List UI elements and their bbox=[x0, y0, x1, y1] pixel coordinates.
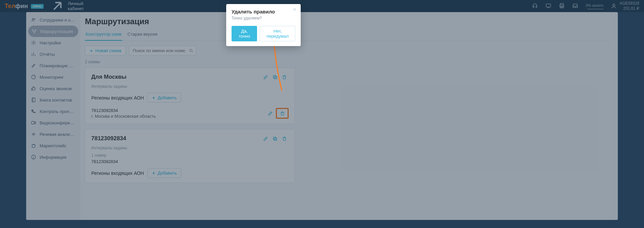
delete-rule-modal: Удалить правило Точно удаляем? Да, точно… bbox=[226, 4, 301, 46]
close-icon bbox=[293, 7, 297, 11]
modal-close-button[interactable] bbox=[291, 6, 298, 13]
cancel-button[interactable]: Нет, передумал bbox=[260, 26, 295, 41]
modal-actions: Да, точно Нет, передумал bbox=[232, 26, 295, 41]
modal-subtitle: Точно удаляем? bbox=[232, 16, 295, 21]
confirm-button[interactable]: Да, точно bbox=[232, 26, 257, 41]
modal-overlay[interactable] bbox=[0, 0, 644, 228]
modal-title: Удалить правило bbox=[232, 9, 295, 14]
